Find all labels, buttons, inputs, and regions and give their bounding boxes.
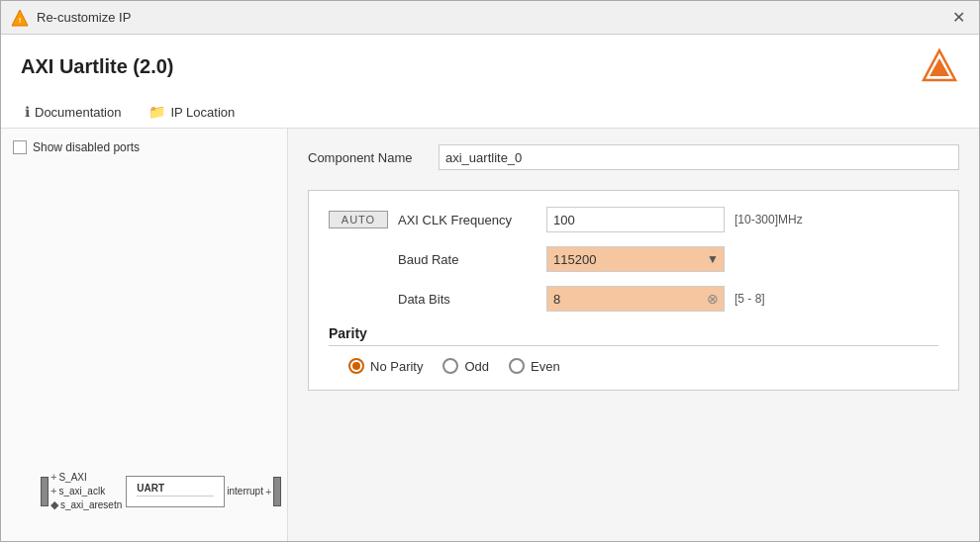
baud-rate-label: Baud Rate (398, 252, 537, 267)
component-name-row: Component Name (308, 144, 959, 170)
port-symbol-interrupt: + (265, 486, 271, 497)
parity-odd-option[interactable]: Odd (442, 358, 489, 374)
no-parity-radio[interactable] (348, 358, 364, 374)
port-name-s-axi: S_AXI (58, 472, 86, 483)
left-ports: + S_AXI + s_axi_aclk ◆ s_axi_aresetn (50, 471, 122, 511)
odd-radio[interactable] (442, 358, 458, 374)
baud-rate-select[interactable]: 9600 19200 38400 57600 115200 230400 (546, 246, 725, 272)
baud-rate-select-wrapper: 9600 19200 38400 57600 115200 230400 ▼ (546, 246, 725, 272)
clk-freq-input[interactable] (546, 207, 725, 232)
clk-freq-row: AUTO AXI CLK Frequency [10-300]MHz (329, 207, 938, 232)
data-bits-input[interactable] (546, 286, 725, 312)
main-window: ! Re-customize IP ✕ AXI Uartlite (2.0) ℹ… (0, 0, 980, 542)
port-symbol-s-axi: + (50, 471, 56, 483)
block-body: UART (126, 476, 225, 507)
block-wrapper: + S_AXI + s_axi_aclk ◆ s_axi_aresetn (41, 471, 258, 511)
app-icon: ! (11, 9, 29, 27)
nav-documentation[interactable]: ℹ Documentation (21, 98, 125, 128)
right-bus-connector (273, 477, 281, 506)
port-s-axi: + S_AXI (50, 471, 122, 483)
close-button[interactable]: ✕ (948, 8, 969, 28)
content-area: Show disabled ports + S_AXI (1, 129, 979, 541)
port-name-interrupt: interrupt (227, 486, 263, 497)
show-ports-text: Show disabled ports (33, 140, 140, 154)
nav-bar: ℹ Documentation 📁 IP Location (21, 98, 959, 128)
header-section: AXI Uartlite (2.0) ℹ Documentation 📁 IP … (1, 35, 979, 129)
clk-freq-label: AXI CLK Frequency (398, 213, 537, 227)
left-bus-connector (41, 477, 49, 506)
nav-ip-location[interactable]: 📁 IP Location (145, 98, 239, 128)
right-port-interrupt: interrupt + (227, 486, 271, 497)
port-symbol-aresetn: ◆ (50, 498, 58, 511)
nav-documentation-label: Documentation (35, 105, 121, 120)
vivado-logo-icon (920, 46, 959, 86)
component-name-input[interactable] (439, 144, 959, 170)
window-title: Re-customize IP (37, 10, 131, 25)
block-diagram: + S_AXI + s_axi_aclk ◆ s_axi_aresetn (41, 471, 258, 511)
app-title-text: AXI Uartlite (2.0) (21, 55, 173, 78)
title-bar-left: ! Re-customize IP (11, 9, 131, 27)
parity-section: Parity No Parity Odd (329, 325, 938, 374)
clk-freq-range: [10-300]MHz (735, 213, 803, 226)
no-parity-label: No Parity (370, 359, 423, 374)
show-ports-label[interactable]: Show disabled ports (13, 140, 275, 154)
nav-ip-location-label: IP Location (170, 105, 235, 120)
parity-no-parity-option[interactable]: No Parity (348, 358, 423, 374)
port-aresetn: ◆ s_axi_aresetn (50, 498, 122, 511)
auto-badge: AUTO (329, 211, 388, 228)
data-bits-row: Data Bits ⊗ [5 - 8] (329, 286, 938, 312)
baud-rate-row: Baud Rate 9600 19200 38400 57600 115200 … (329, 246, 938, 272)
title-bar: ! Re-customize IP ✕ (1, 1, 979, 35)
clear-icon[interactable]: ⊗ (707, 291, 719, 307)
info-icon: ℹ (25, 104, 30, 120)
parity-even-option[interactable]: Even (509, 358, 560, 374)
port-name-aresetn: s_axi_aresetn (60, 499, 122, 510)
right-panel: Component Name AUTO AXI CLK Frequency [1… (288, 129, 979, 541)
even-label: Even (531, 359, 560, 374)
data-bits-label: Data Bits (398, 292, 537, 307)
odd-label: Odd (464, 359, 489, 374)
config-box: AUTO AXI CLK Frequency [10-300]MHz Baud … (308, 190, 959, 391)
port-name-aclk: s_axi_aclk (58, 486, 105, 497)
port-symbol-aclk: + (50, 485, 56, 497)
no-parity-dot (352, 362, 360, 370)
app-title-row: AXI Uartlite (2.0) (21, 46, 959, 86)
show-ports-checkbox[interactable] (13, 140, 27, 154)
left-panel: Show disabled ports + S_AXI (1, 129, 288, 541)
parity-title: Parity (329, 325, 938, 346)
right-ports: interrupt + (227, 486, 271, 497)
data-bits-range: [5 - 8] (735, 292, 765, 306)
parity-options: No Parity Odd Even (329, 358, 938, 374)
block-title: UART (137, 483, 214, 497)
component-name-label: Component Name (308, 150, 427, 165)
port-aclk: + s_axi_aclk (50, 485, 122, 497)
data-bits-wrapper: ⊗ (546, 286, 725, 312)
svg-text:!: ! (19, 16, 22, 25)
even-radio[interactable] (509, 358, 525, 374)
folder-icon: 📁 (148, 104, 165, 120)
